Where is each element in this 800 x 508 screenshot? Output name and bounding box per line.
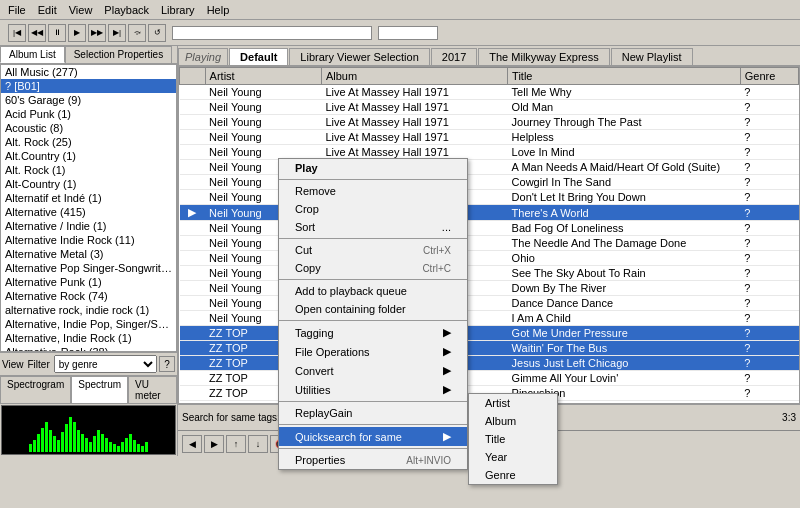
sidebar-item-15[interactable]: Alternative Punk (1) (1, 275, 176, 289)
sidebar-item-2[interactable]: 60's Garage (9) (1, 93, 176, 107)
col-album[interactable]: Album (321, 68, 507, 85)
sidebar-item-17[interactable]: alternative rock, indie rock (1) (1, 303, 176, 317)
sidebar-item-18[interactable]: Alternative, Indie Pop, Singer/Song (1, 317, 176, 331)
sidebar-item-12[interactable]: Alternative Indie Rock (11) (1, 233, 176, 247)
ctx-tagging[interactable]: Tagging ▶ (279, 323, 467, 342)
sidebar-item-14[interactable]: Alternative Pop Singer-Songwriter ( (1, 261, 176, 275)
sidebar-list[interactable]: All Music (277)? [B01]60's Garage (9)Aci… (0, 64, 177, 352)
btn-forward[interactable]: ▶ (204, 435, 224, 453)
repeat-button[interactable]: ↺ (148, 24, 166, 42)
ctx-quicksearch[interactable]: Quicksearch for same ▶ (279, 427, 467, 446)
ctx-open-folder[interactable]: Open containing folder (279, 300, 467, 318)
sidebar-item-1[interactable]: ? [B01] (1, 79, 176, 93)
btn-back[interactable]: ◀ (182, 435, 202, 453)
table-row[interactable]: Neil YoungLive At Massey Hall 1971Love I… (180, 145, 799, 160)
genre-select[interactable]: by genre (54, 355, 157, 373)
sidebar-item-10[interactable]: Alternative (415) (1, 205, 176, 219)
sidebar-item-19[interactable]: Alternative, Indie Rock (1) (1, 331, 176, 345)
shuffle-button[interactable]: ⤼ (128, 24, 146, 42)
ctx-add-queue[interactable]: Add to playback queue (279, 282, 467, 300)
tab-selection-properties[interactable]: Selection Properties (65, 46, 173, 63)
col-title[interactable]: Title (508, 68, 741, 85)
col-artist[interactable]: Artist (205, 68, 321, 85)
table-row[interactable]: Neil YoungBad Fog Of Loneliness? (180, 221, 799, 236)
lib-tab-newplaylist[interactable]: New Playlist (611, 48, 693, 65)
btn-down[interactable]: ↓ (248, 435, 268, 453)
ctx-remove[interactable]: Remove (279, 182, 467, 200)
fwd-button[interactable]: ▶▶ (88, 24, 106, 42)
qs-genre[interactable]: Genre (469, 466, 557, 484)
sidebar-item-13[interactable]: Alternative Metal (3) (1, 247, 176, 261)
table-row[interactable]: Neil YoungLive At Massey Hall 1971Tell M… (180, 85, 799, 100)
tab-spectrum[interactable]: Spectrum (71, 376, 128, 404)
sidebar-item-9[interactable]: Alternatif et Indé (1) (1, 191, 176, 205)
play-button[interactable]: ▶ (68, 24, 86, 42)
ctx-utilities[interactable]: Utilities ▶ (279, 380, 467, 399)
sidebar-item-7[interactable]: Alt. Rock (1) (1, 163, 176, 177)
table-row[interactable]: ZZ TOPJesus Just Left Chicago? (180, 356, 799, 371)
sidebar-item-11[interactable]: Alternative / Indie (1) (1, 219, 176, 233)
table-row[interactable]: Neil YoungThe Needle And The Damage Done… (180, 236, 799, 251)
qs-artist[interactable]: Artist (469, 394, 557, 412)
ctx-convert[interactable]: Convert ▶ (279, 361, 467, 380)
tab-album-list[interactable]: Album List (0, 46, 65, 63)
table-row[interactable]: Neil YoungLive At Massey Hall 1971Journe… (180, 115, 799, 130)
col-playing[interactable] (180, 68, 206, 85)
ctx-play[interactable]: Play (279, 159, 467, 177)
qs-year[interactable]: Year (469, 448, 557, 466)
sidebar-item-6[interactable]: Alt.Country (1) (1, 149, 176, 163)
table-row[interactable]: ZZ TOPGimme All Your Lovin'? (180, 371, 799, 386)
table-row[interactable]: ▶Neil YoungThere's A World? (180, 205, 799, 221)
menu-edit[interactable]: Edit (32, 2, 63, 18)
table-row[interactable]: Neil YoungLive At Massey Hall 1971Don't … (180, 190, 799, 205)
progress-bar[interactable] (172, 26, 372, 40)
ctx-cut[interactable]: Cut Ctrl+X (279, 241, 467, 259)
ctx-crop[interactable]: Crop (279, 200, 467, 218)
menu-help[interactable]: Help (201, 2, 236, 18)
volume-slider[interactable] (378, 26, 438, 40)
ctx-file-ops[interactable]: File Operations ▶ (279, 342, 467, 361)
next-button[interactable]: ▶| (108, 24, 126, 42)
table-row[interactable]: Neil YoungI Am A Child? (180, 311, 799, 326)
table-row[interactable]: ZZ TOPWaitin' For The Bus? (180, 341, 799, 356)
qs-title[interactable]: Title (469, 430, 557, 448)
tab-vu-meter[interactable]: VU meter (128, 376, 177, 404)
table-row[interactable]: Neil YoungLive At Massey Hall 1971A Man … (180, 160, 799, 175)
track-table-container[interactable]: Artist Album Title Genre Neil YoungLive … (178, 66, 800, 404)
sidebar-item-3[interactable]: Acid Punk (1) (1, 107, 176, 121)
sidebar-item-16[interactable]: Alternative Rock (74) (1, 289, 176, 303)
btn-up[interactable]: ↑ (226, 435, 246, 453)
ctx-copy[interactable]: Copy Ctrl+C (279, 259, 467, 277)
menu-playback[interactable]: Playback (98, 2, 155, 18)
sidebar-item-8[interactable]: Alt-Country (1) (1, 177, 176, 191)
sidebar-item-0[interactable]: All Music (277) (1, 65, 176, 79)
table-row[interactable]: ZZ TOPGot Me Under Pressure? (180, 326, 799, 341)
lib-tab-2017[interactable]: 2017 (431, 48, 477, 65)
menu-view[interactable]: View (63, 2, 99, 18)
tab-spectrogram[interactable]: Spectrogram (0, 376, 71, 404)
col-genre[interactable]: Genre (740, 68, 798, 85)
table-row[interactable]: Neil YoungSee The Sky About To Rain? (180, 266, 799, 281)
sidebar-item-5[interactable]: Alt. Rock (25) (1, 135, 176, 149)
table-row[interactable]: Neil YoungLive At Massey Hall 1971Helple… (180, 130, 799, 145)
menu-library[interactable]: Library (155, 2, 201, 18)
rew-button[interactable]: ◀◀ (28, 24, 46, 42)
sidebar-item-4[interactable]: Acoustic (8) (1, 121, 176, 135)
lib-tab-milkyway[interactable]: The Milkyway Express (478, 48, 609, 65)
menu-file[interactable]: File (2, 2, 32, 18)
table-row[interactable]: Neil YoungLive At Massey Hall 1971Old Ma… (180, 100, 799, 115)
prev-button[interactable]: |◀ (8, 24, 26, 42)
ctx-sort[interactable]: Sort ... (279, 218, 467, 236)
lib-tab-default[interactable]: Default (229, 48, 288, 65)
table-row[interactable]: Neil YoungDown By The River? (180, 281, 799, 296)
lib-tab-library[interactable]: Library Viewer Selection (289, 48, 429, 65)
ctx-replaygain[interactable]: ReplayGain (279, 404, 467, 422)
qs-album[interactable]: Album (469, 412, 557, 430)
pause-button[interactable]: ⏸ (48, 24, 66, 42)
table-row[interactable]: Neil YoungDance Dance Dance? (180, 296, 799, 311)
table-row[interactable]: Neil YoungOhio? (180, 251, 799, 266)
ctx-properties[interactable]: Properties Alt+INVIO (279, 451, 467, 469)
sidebar-item-20[interactable]: Alternative-Rock (38) (1, 345, 176, 352)
help-button[interactable]: ? (159, 356, 175, 372)
table-row[interactable]: Neil YoungLive At Massey Hall 1971Cowgir… (180, 175, 799, 190)
